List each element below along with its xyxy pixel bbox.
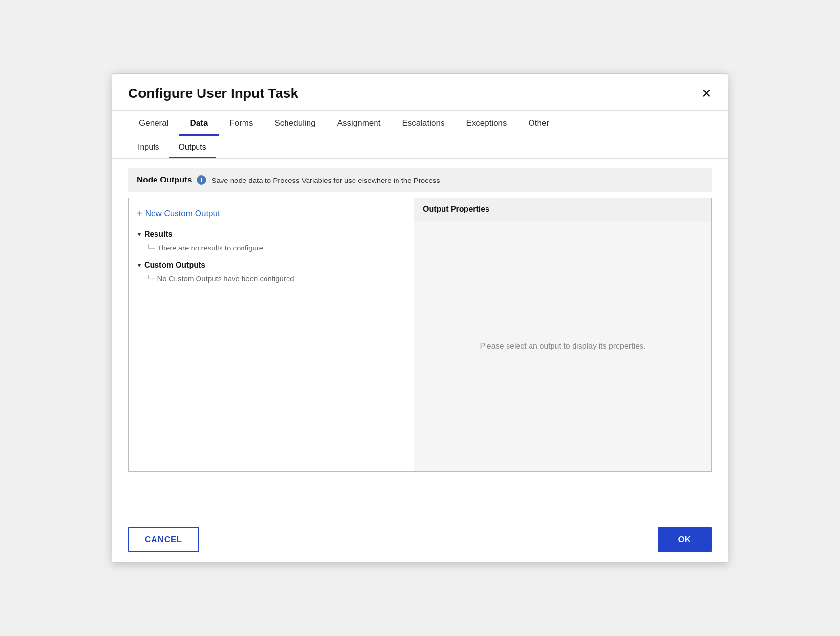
node-outputs-title: Node Outputs bbox=[137, 175, 192, 185]
results-empty-text: There are no results to configure bbox=[157, 244, 263, 252]
outputs-left-panel: + New Custom Output ▼ Results └─ There a… bbox=[129, 198, 414, 471]
custom-outputs-empty-message: └─ No Custom Outputs have been configure… bbox=[136, 274, 406, 283]
output-properties-placeholder: Please select an output to display its p… bbox=[480, 342, 646, 351]
node-outputs-description: Save node data to Process Variables for … bbox=[211, 176, 440, 184]
results-triangle-icon: ▼ bbox=[136, 231, 142, 238]
results-title: Results bbox=[144, 230, 173, 239]
dialog-header: Configure User Input Task ✕ bbox=[112, 74, 728, 111]
tree-line-icon: └─ bbox=[146, 244, 155, 251]
tab-other[interactable]: Other bbox=[518, 111, 560, 136]
plus-icon: + bbox=[136, 208, 142, 219]
sub-tabs: Inputs Outputs bbox=[112, 136, 728, 159]
sub-tab-outputs[interactable]: Outputs bbox=[169, 136, 216, 158]
outputs-right-panel: Output Properties Please select an outpu… bbox=[414, 198, 711, 471]
custom-tree-line-icon: └─ bbox=[146, 275, 155, 282]
new-custom-output-label: New Custom Output bbox=[145, 209, 220, 219]
tab-exceptions[interactable]: Exceptions bbox=[455, 111, 517, 136]
node-outputs-header: Node Outputs i Save node data to Process… bbox=[128, 168, 712, 192]
output-properties-title: Output Properties bbox=[414, 198, 711, 221]
sub-tab-inputs[interactable]: Inputs bbox=[128, 136, 169, 158]
tab-general[interactable]: General bbox=[128, 111, 179, 136]
results-section-header: ▼ Results bbox=[136, 230, 406, 239]
outputs-grid: + New Custom Output ▼ Results └─ There a… bbox=[128, 198, 712, 472]
tab-data[interactable]: Data bbox=[179, 111, 219, 136]
tab-scheduling[interactable]: Scheduling bbox=[264, 111, 327, 136]
new-custom-output-button[interactable]: + New Custom Output bbox=[136, 206, 406, 221]
output-properties-body: Please select an output to display its p… bbox=[414, 221, 711, 471]
results-empty-message: └─ There are no results to configure bbox=[136, 244, 406, 252]
dialog-title: Configure User Input Task bbox=[128, 86, 298, 101]
custom-outputs-triangle-icon: ▼ bbox=[136, 262, 142, 269]
custom-outputs-title: Custom Outputs bbox=[144, 261, 205, 270]
content-area: Node Outputs i Save node data to Process… bbox=[112, 159, 728, 517]
info-icon[interactable]: i bbox=[197, 175, 206, 185]
custom-outputs-section-header: ▼ Custom Outputs bbox=[136, 261, 406, 270]
dialog-footer: CANCEL OK bbox=[112, 517, 728, 562]
tab-escalations[interactable]: Escalations bbox=[391, 111, 455, 136]
close-button[interactable]: ✕ bbox=[701, 87, 712, 100]
custom-outputs-empty-text: No Custom Outputs have been configured bbox=[157, 274, 294, 283]
configure-dialog: Configure User Input Task ✕ General Data… bbox=[112, 73, 728, 563]
ok-button[interactable]: OK bbox=[658, 527, 712, 552]
main-tabs: General Data Forms Scheduling Assignment… bbox=[112, 111, 728, 136]
cancel-button[interactable]: CANCEL bbox=[128, 527, 199, 552]
tab-assignment[interactable]: Assignment bbox=[327, 111, 392, 136]
tab-forms[interactable]: Forms bbox=[219, 111, 264, 136]
